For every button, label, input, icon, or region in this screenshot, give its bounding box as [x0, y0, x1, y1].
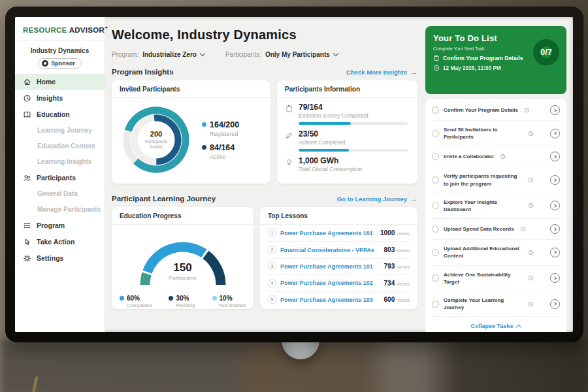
sidebar-item-insights[interactable]: Insights [15, 90, 105, 106]
legend-dot [202, 145, 206, 150]
task-open-button[interactable] [550, 105, 560, 115]
sidebar-item-participants[interactable]: Participants [15, 170, 105, 186]
lesson-row: 3 Power Purchase Agreements 101 793 view… [268, 258, 410, 274]
arrow-right-icon: → [410, 195, 417, 203]
sidebar-item-learning-insights[interactable]: Learning Insights [15, 154, 105, 170]
task-open-button[interactable] [550, 248, 560, 257]
sidebar-item-take-action[interactable]: Take Action [15, 234, 105, 250]
task-row-invite-collaborator[interactable]: Invite a Collaborator [432, 146, 560, 167]
task-row-send-invitations[interactable]: Send 50 Invitations to Participants [432, 120, 560, 146]
sidebar-item-label: Manage Participants [37, 206, 101, 213]
task-row-confirm-program[interactable]: Confirm Your Program Details [432, 100, 560, 120]
progress-bar [299, 149, 408, 152]
views-suffix: views [397, 248, 410, 253]
task-open-button[interactable] [550, 299, 560, 309]
task-checkbox[interactable] [432, 153, 439, 160]
task-checkbox[interactable] [432, 249, 439, 256]
task-row-explore-insights[interactable]: Explore Your Insights Dashboard [432, 193, 560, 218]
task-row-upload-educational-content[interactable]: Upload Additional Educational Content [432, 239, 560, 265]
sidebar-nav: Home Insights Education Learning Journey [15, 74, 105, 267]
todo-counter: 0/7 [540, 48, 551, 57]
legend-value: 10% [220, 295, 233, 302]
participants-info-body: 79/164 Emission Survey Completed 23/50 A… [277, 98, 417, 182]
task-open-button[interactable] [550, 152, 560, 161]
arrow-right-icon: → [410, 68, 417, 76]
legend-item-active: 84/164 Active [202, 143, 239, 160]
views-suffix: views [397, 264, 410, 270]
legend-label: Active [210, 154, 239, 160]
list-icon [23, 221, 31, 230]
card-title: Top Lessons [260, 207, 417, 225]
donut-chart: 200 Participants Invited [117, 101, 195, 179]
program-value: Industrialize Zero [142, 51, 197, 58]
sidebar-item-education-content[interactable]: Education Content [15, 139, 105, 154]
program-select[interactable]: Program: Industrialize Zero [112, 51, 204, 58]
task-checkbox[interactable] [432, 202, 439, 209]
gauge-chart: 150 Participants [127, 230, 238, 290]
logo-secondary: ADVISOR [69, 26, 105, 34]
lesson-link[interactable]: Power Purchase Agreements 103 [280, 297, 380, 303]
todo-progress-ring: 0/7 [533, 39, 559, 65]
info-value: 1,000 GWh [299, 156, 362, 165]
sidebar-item-label: Education [37, 110, 70, 118]
sidebar-item-learning-journey[interactable]: Learning Journey [15, 123, 105, 139]
gauge-center-value: 150 [127, 261, 238, 274]
lesson-rank: 1 [268, 229, 276, 237]
participants-value: Only My Participants [265, 51, 330, 58]
todo-due-date: 12 May 2025, 12:00 PM [433, 65, 523, 71]
collapse-tasks-link[interactable]: Collapse Tasks [432, 316, 560, 332]
task-checkbox[interactable] [432, 106, 439, 114]
task-open-button[interactable] [550, 201, 560, 210]
lesson-views: 803 [384, 246, 395, 253]
lesson-link[interactable]: Power Purchase Agreements 101 [280, 230, 376, 237]
task-checkbox[interactable] [432, 301, 439, 308]
gauge-center-label: Participants [127, 275, 238, 281]
go-to-learning-journey-link[interactable]: Go to Learning Journey → [337, 195, 417, 203]
task-open-button[interactable] [550, 273, 560, 283]
link-label: Check More Insights [346, 69, 407, 76]
task-row-complete-learning-journey[interactable]: Complete Your Learning Journey [432, 291, 560, 316]
donut-legend: 164/200 Registered 84/164 Active [202, 114, 239, 166]
sidebar-item-home[interactable]: Home [15, 74, 105, 90]
lesson-row: 1 Power Purchase Agreements 101 1000 vie… [268, 225, 410, 241]
sidebar-item-label: Participants [37, 174, 76, 182]
lesson-link[interactable]: Financial Considerations - VPPAs [280, 247, 380, 253]
lightbulb-icon [285, 158, 293, 167]
participants-select[interactable]: Participants: Only My Participants [225, 51, 338, 58]
lesson-link[interactable]: Power Purchase Agreements 102 [280, 280, 380, 286]
clipboard-icon [285, 105, 293, 113]
info-label: Emission Survey Completed [299, 112, 408, 119]
task-label: Explore Your Insights Dashboard [444, 199, 522, 213]
task-open-button[interactable] [550, 129, 560, 139]
task-open-button[interactable] [550, 175, 560, 185]
program-insights-header: Program Insights Check More Insights → [112, 68, 417, 76]
logo-primary: RESOURCE [23, 26, 67, 34]
gauge-legend: 60% Completed 30% Pending 10% [112, 290, 253, 308]
task-checkbox[interactable] [432, 176, 439, 184]
task-row-achieve-target[interactable]: Achieve One Sustainability Target [432, 265, 560, 291]
chevron-right-icon [553, 131, 557, 135]
task-checkbox[interactable] [432, 274, 439, 282]
task-row-verify-participants[interactable]: Verify participants requesting to join t… [432, 167, 560, 192]
gear-icon [23, 254, 31, 263]
chevron-down-icon [200, 51, 205, 56]
info-label: Total Global Consumption [299, 166, 362, 172]
progress-bar-fill [299, 149, 349, 152]
sidebar-item-education[interactable]: Education [15, 106, 105, 123]
lesson-row: 2 Financial Considerations - VPPAs 803 v… [268, 241, 410, 257]
lesson-rank: 5 [268, 295, 276, 304]
task-checkbox[interactable] [432, 130, 439, 137]
sidebar-item-general-data[interactable]: General Data [15, 186, 105, 202]
sidebar-item-manage-participants[interactable]: Manage Participants [15, 202, 105, 218]
card-title: Education Progress [112, 207, 253, 225]
clock-icon [528, 275, 534, 281]
clock-icon [433, 65, 440, 71]
lesson-link[interactable]: Power Purchase Agreements 101 [280, 263, 380, 270]
task-row-upload-spend-data[interactable]: Upload Spend Data Records [432, 218, 560, 239]
sidebar-item-settings[interactable]: Settings [15, 250, 105, 267]
link-label: Go to Learning Journey [337, 195, 407, 203]
task-open-button[interactable] [550, 224, 560, 234]
check-more-insights-link[interactable]: Check More Insights → [346, 68, 417, 76]
task-checkbox[interactable] [432, 225, 439, 233]
sidebar-item-program[interactable]: Program [15, 218, 105, 234]
